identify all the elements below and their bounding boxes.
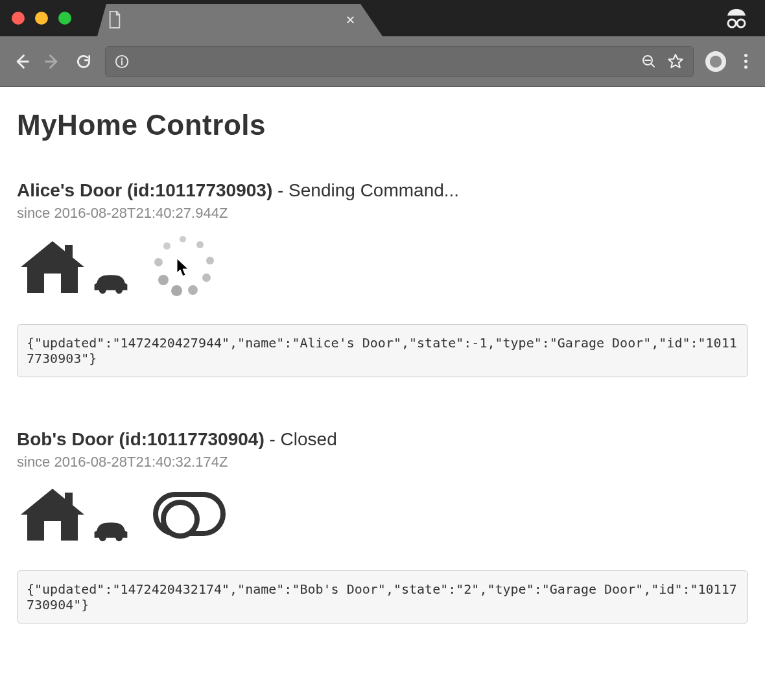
- device-name: Alice's Door: [17, 180, 122, 200]
- incognito-icon: [724, 5, 749, 34]
- device-id: 10117730904: [147, 429, 258, 449]
- tab-strip: ✕: [0, 0, 765, 36]
- window-controls: [12, 12, 71, 25]
- svg-point-1: [737, 19, 745, 27]
- zoom-window-button[interactable]: [58, 12, 71, 25]
- svg-rect-7: [65, 245, 73, 259]
- device-json: {"updated":"1472420432174","name":"Bob's…: [17, 570, 748, 624]
- back-button[interactable]: [12, 52, 31, 71]
- svg-rect-4: [121, 60, 123, 65]
- page-content: MyHome Controls Alice's Door (id:1011773…: [0, 87, 765, 691]
- device-heading: Bob's Door (id:10117730904) - Closed: [17, 429, 748, 450]
- mouse-cursor-icon: [176, 258, 191, 280]
- blank-page-icon: [108, 11, 122, 29]
- browser-chrome: ✕: [0, 0, 765, 87]
- device-name: Bob's Door: [17, 429, 114, 449]
- browser-toolbar: [0, 36, 765, 87]
- browser-menu-button[interactable]: [738, 54, 753, 69]
- door-toggle[interactable]: [153, 492, 226, 536]
- page-title: MyHome Controls: [17, 109, 748, 141]
- zoom-out-icon[interactable]: [641, 54, 657, 69]
- device-status: Closed: [281, 429, 337, 449]
- loading-spinner-icon: [153, 236, 214, 297]
- garage-door-icon: [17, 237, 130, 296]
- minimize-window-button[interactable]: [35, 12, 48, 25]
- profile-avatar[interactable]: [705, 51, 726, 72]
- device-heading: Alice's Door (id:10117730903) - Sending …: [17, 180, 748, 201]
- svg-point-6: [710, 55, 722, 67]
- close-window-button[interactable]: [12, 12, 25, 25]
- svg-point-0: [728, 19, 736, 27]
- device-id: 10117730903: [156, 180, 266, 200]
- device-json: {"updated":"1472420427944","name":"Alice…: [17, 324, 748, 377]
- device-card: Bob's Door (id:10117730904) - Closed sin…: [17, 429, 748, 624]
- url-input[interactable]: [138, 54, 632, 69]
- close-tab-button[interactable]: ✕: [346, 13, 372, 27]
- garage-door-icon: [17, 485, 130, 543]
- bookmark-star-icon[interactable]: [667, 53, 684, 70]
- device-status: Sending Command...: [288, 180, 459, 200]
- address-bar[interactable]: [105, 46, 694, 77]
- browser-tab[interactable]: ✕: [97, 4, 383, 36]
- svg-rect-8: [65, 493, 73, 507]
- site-info-icon[interactable]: [115, 54, 129, 69]
- svg-point-3: [121, 58, 123, 60]
- forward-button[interactable]: [43, 52, 62, 71]
- device-card: Alice's Door (id:10117730903) - Sending …: [17, 180, 748, 377]
- device-since: since 2016-08-28T21:40:32.174Z: [17, 454, 748, 471]
- reload-button[interactable]: [74, 52, 93, 71]
- device-since: since 2016-08-28T21:40:27.944Z: [17, 205, 748, 222]
